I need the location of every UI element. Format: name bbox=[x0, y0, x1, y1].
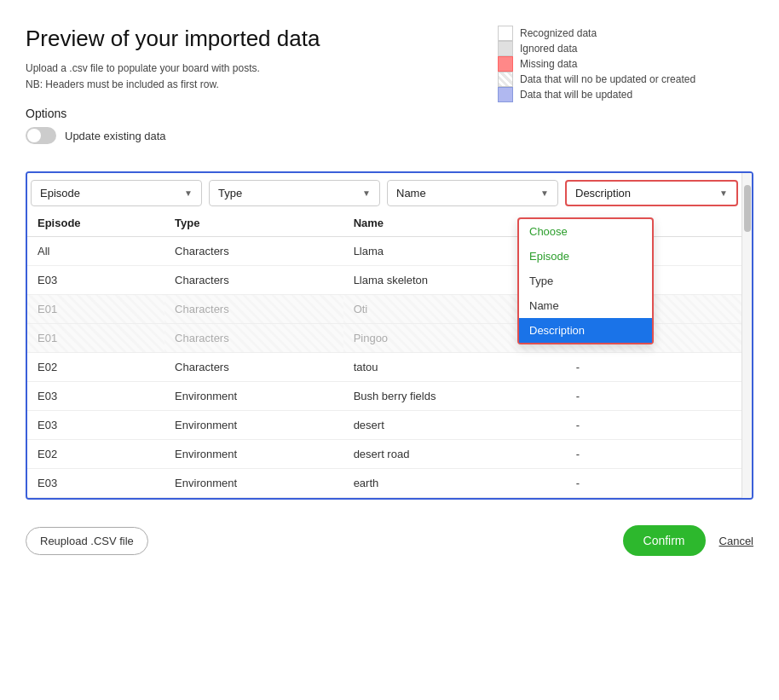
td-episode: E02 bbox=[27, 353, 164, 382]
td-type: Characters bbox=[164, 353, 343, 382]
col-headers-row: Episode ▼ Type ▼ Name ▼ Description ▼ bbox=[27, 173, 752, 210]
td-name: Bush berry fields bbox=[343, 382, 566, 411]
chevron-down-icon: ▼ bbox=[540, 188, 549, 198]
page-container: Preview of your imported data Upload a .… bbox=[26, 26, 753, 556]
dropdown-item-type[interactable]: Type bbox=[519, 269, 652, 293]
td-description: - bbox=[566, 469, 741, 498]
page-title: Preview of your imported data bbox=[26, 26, 498, 52]
table-row: E03Environmentdesert- bbox=[27, 411, 741, 440]
td-description: - bbox=[566, 382, 741, 411]
chevron-down-icon: ▼ bbox=[362, 188, 371, 198]
cancel-button[interactable]: Cancel bbox=[719, 535, 753, 547]
col-drop-type[interactable]: Type ▼ bbox=[209, 180, 380, 206]
col-drop-episode[interactable]: Episode ▼ bbox=[31, 180, 202, 206]
td-episode: E01 bbox=[27, 295, 164, 324]
td-description: - bbox=[566, 411, 741, 440]
legend-box-recognized bbox=[498, 26, 513, 41]
legend-box-missing bbox=[498, 56, 513, 72]
legend-missing: Missing data bbox=[498, 56, 753, 72]
toggle-row: Update existing data bbox=[26, 127, 498, 144]
td-type: Characters bbox=[164, 295, 343, 324]
top-left: Preview of your imported data Upload a .… bbox=[26, 26, 498, 158]
options-label: Options bbox=[26, 107, 498, 120]
td-type: Environment bbox=[164, 382, 343, 411]
td-description: - bbox=[566, 353, 741, 382]
legend-not-updated: Data that will no be updated or created bbox=[498, 72, 753, 87]
td-episode: E02 bbox=[27, 440, 164, 469]
chevron-down-icon: ▼ bbox=[719, 188, 728, 198]
toggle-label: Update existing data bbox=[65, 130, 166, 142]
dropdown-item-description[interactable]: Description bbox=[519, 318, 652, 343]
td-description: - bbox=[566, 440, 741, 469]
col-drop-description[interactable]: Description ▼ bbox=[565, 180, 738, 206]
table-row: E03Environmentearth- bbox=[27, 469, 741, 498]
table-row: E03EnvironmentBush berry fields- bbox=[27, 382, 741, 411]
options-section: Options Update existing data bbox=[26, 107, 498, 144]
td-name: desert road bbox=[343, 440, 566, 469]
dropdown-item-episode[interactable]: Episode bbox=[519, 244, 652, 269]
td-episode: E03 bbox=[27, 469, 164, 498]
update-existing-toggle[interactable] bbox=[26, 127, 56, 144]
table-row: E02Characterstatou- bbox=[27, 353, 741, 382]
legend-ignored: Ignored data bbox=[498, 41, 753, 56]
td-type: Characters bbox=[164, 266, 343, 295]
dropdown-item-name[interactable]: Name bbox=[519, 293, 652, 318]
reupload-button[interactable]: Reupload .CSV file bbox=[26, 527, 148, 555]
td-name: tatou bbox=[343, 353, 566, 382]
scrollbar-thumb[interactable] bbox=[744, 185, 751, 232]
td-type: Characters bbox=[164, 324, 343, 353]
td-name: desert bbox=[343, 411, 566, 440]
td-type: Environment bbox=[164, 469, 343, 498]
td-name: earth bbox=[343, 469, 566, 498]
td-episode: E03 bbox=[27, 266, 164, 295]
top-section: Preview of your imported data Upload a .… bbox=[26, 26, 753, 158]
table-wrapper: Episode ▼ Type ▼ Name ▼ Description ▼ bbox=[26, 171, 753, 500]
td-episode: All bbox=[27, 237, 164, 266]
footer-right: Confirm Cancel bbox=[623, 525, 753, 556]
legend-updated: Data that will be updated bbox=[498, 87, 753, 102]
td-type: Environment bbox=[164, 411, 343, 440]
description-dropdown[interactable]: Choose Episode Type Name Description bbox=[517, 217, 654, 344]
th-type: Type bbox=[164, 210, 343, 237]
th-episode: Episode bbox=[27, 210, 164, 237]
scrollbar-rail[interactable] bbox=[741, 173, 752, 498]
td-type: Characters bbox=[164, 237, 343, 266]
chevron-down-icon: ▼ bbox=[184, 188, 193, 198]
td-type: Environment bbox=[164, 440, 343, 469]
legend-box-updated bbox=[498, 87, 513, 102]
legend-section: Recognized data Ignored data Missing dat… bbox=[498, 26, 753, 158]
table-row: E02Environmentdesert road- bbox=[27, 440, 741, 469]
legend-box-not-updated bbox=[498, 72, 513, 87]
td-episode: E03 bbox=[27, 411, 164, 440]
legend-box-ignored bbox=[498, 41, 513, 56]
description: Upload a .csv file to populate your boar… bbox=[26, 61, 498, 93]
dropdown-item-choose[interactable]: Choose bbox=[519, 219, 652, 244]
legend-recognized: Recognized data bbox=[498, 26, 753, 41]
td-episode: E01 bbox=[27, 324, 164, 353]
footer: Reupload .CSV file Confirm Cancel bbox=[26, 517, 753, 556]
td-episode: E03 bbox=[27, 382, 164, 411]
confirm-button[interactable]: Confirm bbox=[623, 525, 706, 556]
col-drop-name[interactable]: Name ▼ bbox=[387, 180, 558, 206]
